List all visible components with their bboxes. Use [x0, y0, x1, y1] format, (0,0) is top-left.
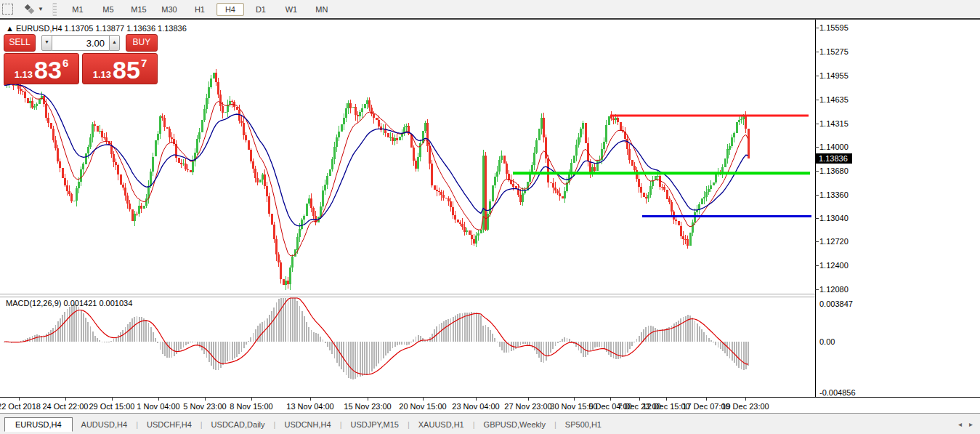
price-axis-label: 1.13360: [819, 190, 849, 199]
current-price-tag: 1.13836: [816, 153, 852, 164]
price-axis-tick: [815, 265, 819, 266]
sell-price-point: 6: [62, 57, 68, 69]
time-axis-tick: [251, 397, 252, 401]
time-axis-label: 22 Oct 2018: [0, 402, 41, 411]
mt4-window: ▼ M1M5M15M30H1H4D1W1MN ▲ EURUSD,H4 1.137…: [0, 0, 980, 434]
tab-scroll-right-icon[interactable]: ▸: [969, 420, 973, 428]
buy-price-point: 7: [141, 57, 147, 69]
time-axis-tick: [476, 397, 477, 401]
volume-increase-button[interactable]: ▲: [109, 35, 120, 51]
time-axis-label: 24 Oct 22:00: [43, 402, 89, 411]
chart-tabs: EURUSD,H4AUDUSD,H4|USDCHF,H4|USDCAD,Dail…: [0, 417, 610, 432]
price-axis-tick: [815, 100, 819, 100]
price-axis-label: 1.14000: [819, 142, 849, 151]
timeframe-button-m1[interactable]: M1: [64, 3, 92, 16]
price-axis-tick: [815, 218, 819, 219]
time-axis-tick: [610, 397, 611, 401]
toolbar-grip[interactable]: [52, 3, 57, 16]
time-axis-tick: [423, 397, 424, 401]
chart-tab-usdjpy[interactable]: USDJPY,M15: [341, 418, 407, 431]
price-axis-tick: [815, 124, 819, 124]
time-axis-tick: [639, 397, 640, 401]
price-axis-tick: [815, 76, 819, 76]
tile-windows-icon[interactable]: ▼: [23, 4, 44, 15]
chart-tab-usdchf[interactable]: USDCHF,H4: [138, 418, 201, 431]
chart-tab-usdcad[interactable]: USDCAD,Daily: [203, 418, 274, 431]
time-axis-tick: [706, 397, 707, 401]
chart-tab-bar: EURUSD,H4AUDUSD,H4|USDCHF,H4|USDCAD,Dail…: [0, 413, 980, 434]
price-axis-label: 1.13040: [819, 214, 849, 222]
chart-tab-audusd[interactable]: AUDUSD,H4: [73, 418, 137, 431]
time-axis-tick: [368, 397, 368, 401]
time-axis-label: 13 Nov 04:00: [286, 402, 333, 411]
price-axis-tick: [815, 241, 819, 242]
time-axis-tick: [574, 397, 575, 401]
price-axis-label: 1.14635: [819, 95, 849, 104]
timeframe-button-m15[interactable]: M15: [125, 3, 153, 16]
price-axis-label: 1.15595: [819, 23, 849, 32]
price-axis-label: 1.13680: [819, 166, 849, 175]
chart-tab-sp500[interactable]: SP500,H1: [556, 418, 610, 431]
chart-tab-usdcnh[interactable]: USDCNH,H4: [275, 418, 339, 431]
time-axis-label: 23 Nov 04:00: [452, 402, 499, 411]
macd-main-value: 0.001421: [63, 299, 97, 308]
macd-axis-label: 0.003847: [819, 300, 853, 308]
price-axis-tick: [815, 195, 819, 196]
time-axis-tick: [158, 397, 159, 401]
tab-scroll-buttons: ◂ ▸: [958, 420, 973, 428]
timeframe-button-w1[interactable]: W1: [278, 3, 305, 16]
time-axis-label: 8 Nov 15:00: [230, 402, 272, 411]
buy-price-pips: 85: [113, 56, 140, 84]
time-axis-label: 15 Nov 23:00: [344, 402, 391, 411]
timeframe-button-m30[interactable]: M30: [155, 3, 183, 16]
macd-signal-value: 0.001034: [99, 299, 132, 308]
chart-tab-xauusd[interactable]: XAUUSD,H1: [410, 418, 473, 431]
timeframe-button-h4[interactable]: H4: [216, 3, 244, 16]
time-axis-tick: [528, 397, 529, 401]
time-axis-label: 19 Dec 23:00: [721, 402, 769, 411]
price-axis-label: 1.15275: [819, 47, 849, 56]
timeframe-button-h1[interactable]: H1: [186, 3, 214, 16]
timeframe-toolbar: ▼ M1M5M15M30H1H4D1W1MN: [0, 0, 980, 19]
pane-separator[interactable]: [0, 294, 815, 297]
tab-scroll-left-icon[interactable]: ◂: [958, 420, 962, 428]
time-axis-tick: [745, 397, 746, 401]
time-axis-tick: [666, 397, 667, 401]
chart-region[interactable]: ▲ EURUSD,H4 1.13705 1.13877 1.13636 1.13…: [0, 20, 980, 434]
time-axis-separator: [0, 397, 980, 398]
dropdown-caret-icon[interactable]: ▼: [38, 6, 44, 12]
sell-price-pips: 83: [34, 56, 62, 84]
buy-price-base: 1.13: [93, 69, 111, 80]
price-axis-tick: [815, 28, 819, 28]
time-axis-label: 5 Nov 23:00: [183, 402, 226, 411]
candlesticks: [4, 67, 750, 290]
sell-price-tile[interactable]: 1.13 83 6: [4, 53, 79, 84]
crosshair-select-icon[interactable]: [2, 4, 13, 15]
time-axis-label: 20 Nov 15:00: [399, 402, 446, 411]
price-axis-label: 1.14315: [819, 119, 849, 128]
timeframe-button-d1[interactable]: D1: [247, 3, 275, 16]
time-axis-tick: [112, 397, 113, 401]
buy-button[interactable]: BUY: [126, 34, 158, 52]
volume-input[interactable]: [52, 35, 109, 51]
sell-button[interactable]: SELL: [4, 34, 36, 52]
macd-histogram: [4, 298, 749, 379]
timeframe-buttons: M1M5M15M30H1H4D1W1MN: [62, 3, 337, 16]
buy-price-tile[interactable]: 1.13 85 7: [82, 53, 158, 84]
timeframe-button-mn[interactable]: MN: [308, 3, 336, 16]
time-axis-tick: [310, 397, 311, 401]
volume-decrease-button[interactable]: ▼: [41, 35, 52, 51]
price-axis-label: 1.12400: [819, 261, 849, 270]
price-axis-label: 1.14955: [819, 71, 849, 80]
price-axis-tick: [815, 52, 819, 52]
price-axis-tick: [815, 147, 819, 148]
time-axis-tick: [19, 397, 20, 401]
time-axis-label: 1 Nov 04:00: [137, 402, 179, 411]
time-axis-tick: [65, 397, 66, 401]
price-axis-tick: [815, 171, 819, 172]
macd-indicator-label: MACD(12,26,9) 0.001421 0.001034: [6, 299, 132, 308]
timeframe-button-m5[interactable]: M5: [94, 3, 122, 16]
price-axis-label: 1.12720: [819, 237, 849, 246]
chart-tab-gbpusd[interactable]: GBPUSD,Weekly: [475, 418, 554, 431]
chart-tab-eurusd[interactable]: EURUSD,H4: [4, 417, 73, 432]
